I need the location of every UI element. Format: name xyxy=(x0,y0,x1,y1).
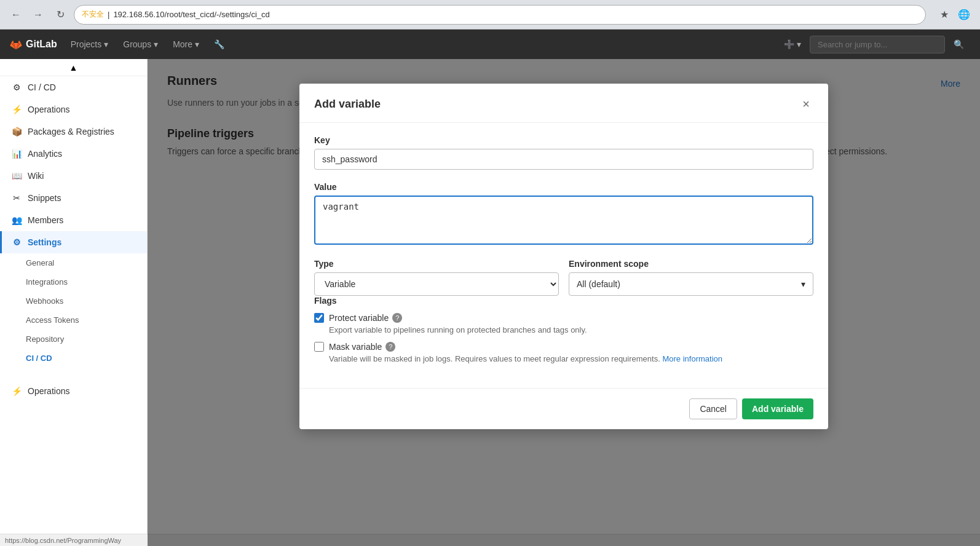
mask-desc: Variable will be masked in job logs. Req… xyxy=(314,354,813,363)
address-bar[interactable]: 不安全 | 192.168.56.10/root/test_cicd/-/set… xyxy=(74,5,926,25)
sidebar-collapse-button[interactable]: ▲ xyxy=(0,59,147,76)
main-layout: ▲ ⚙ CI / CD ⚡ Operations 📦 Packages & Re… xyxy=(0,59,980,546)
ci-cd-icon: ⚙ xyxy=(12,82,22,92)
modal-footer: Cancel Add variable xyxy=(299,388,828,429)
sidebar-sub-access-tokens[interactable]: Access Tokens xyxy=(0,311,147,330)
protect-variable-item: Protect variable ? Export variable to pi… xyxy=(314,313,813,334)
type-env-row: Type Variable File Environment scope All… xyxy=(314,259,813,296)
key-label: Key xyxy=(314,135,813,145)
tools-button[interactable]: 🔧 xyxy=(208,36,231,53)
sidebar-sub-repository[interactable]: Repository xyxy=(0,330,147,349)
members-icon: 👥 xyxy=(12,215,22,225)
translate-button[interactable]: 🌐 xyxy=(955,6,973,23)
modal-close-button[interactable]: × xyxy=(799,96,813,113)
type-col: Type Variable File xyxy=(314,259,559,296)
sidebar-label-ci-cd: CI / CD xyxy=(28,82,56,92)
address-url: 192.168.56.10/root/test_cicd/-/settings/… xyxy=(113,10,269,19)
browser-actions: ★ 🌐 xyxy=(936,6,973,23)
key-form-group: Key xyxy=(314,135,813,170)
browser-chrome: ← → ↻ 不安全 | 192.168.56.10/root/test_cicd… xyxy=(0,0,980,30)
value-form-group: Value xyxy=(314,182,813,247)
protect-checkbox-row: Protect variable ? xyxy=(314,313,813,323)
more-info-link[interactable]: More information xyxy=(662,354,722,363)
mask-label: Mask variable ? xyxy=(329,342,395,352)
value-label: Value xyxy=(314,182,813,192)
sidebar-sub-general[interactable]: General xyxy=(0,253,147,272)
sidebar-label-settings: Settings xyxy=(28,237,61,247)
sidebar-label-packages: Packages & Registries xyxy=(28,127,114,136)
sidebar-item-wiki[interactable]: 📖 Wiki xyxy=(0,165,147,187)
cancel-button[interactable]: Cancel xyxy=(689,398,737,419)
refresh-button[interactable]: ↻ xyxy=(52,6,69,23)
sidebar-label-operations-bottom: Operations xyxy=(28,386,69,396)
groups-menu[interactable]: Groups ▾ xyxy=(117,36,164,53)
sidebar-label-analytics: Analytics xyxy=(28,149,62,159)
add-variable-button[interactable]: Add variable xyxy=(742,398,813,419)
flags-label: Flags xyxy=(314,296,813,306)
sidebar-label-snippets: Snippets xyxy=(28,193,61,203)
mask-checkbox-row: Mask variable ? xyxy=(314,342,813,352)
sidebar-sub-integrations[interactable]: Integrations xyxy=(0,272,147,291)
sidebar-item-packages[interactable]: 📦 Packages & Registries xyxy=(0,121,147,143)
sidebar-item-operations[interactable]: ⚡ Operations xyxy=(0,98,147,121)
flags-section: Flags Protect variable ? Export variable… xyxy=(314,296,813,363)
key-input[interactable] xyxy=(314,149,813,170)
operations-bottom-icon: ⚡ xyxy=(12,386,22,396)
sidebar-item-analytics[interactable]: 📊 Analytics xyxy=(0,143,147,165)
sidebar-item-ci-cd[interactable]: ⚙ CI / CD xyxy=(0,76,147,98)
back-button[interactable]: ← xyxy=(7,6,25,23)
gitlab-topnav: GitLab Projects ▾ Groups ▾ More ▾ 🔧 ➕ ▾ … xyxy=(0,30,980,59)
chevron-down-icon: ▾ xyxy=(801,279,805,289)
new-item-button[interactable]: ➕ ▾ xyxy=(778,36,807,53)
operations-icon: ⚡ xyxy=(12,105,22,114)
sidebar-item-snippets[interactable]: ✂ Snippets xyxy=(0,187,147,209)
modal-body: Key Value Type Variable File xyxy=(299,123,828,388)
analytics-icon: 📊 xyxy=(12,149,22,159)
env-scope-col: Environment scope All (default) ▾ xyxy=(569,259,813,296)
gitlab-logo-icon xyxy=(10,38,22,50)
env-scope-value: All (default) xyxy=(577,279,620,289)
sidebar-item-members[interactable]: 👥 Members xyxy=(0,209,147,231)
security-warning: 不安全 xyxy=(82,9,104,20)
gitlab-logo-text: GitLab xyxy=(26,39,57,50)
address-separator: | xyxy=(108,10,109,19)
search-button[interactable]: 🔍 xyxy=(947,36,970,53)
more-menu[interactable]: More ▾ xyxy=(167,36,205,53)
search-input[interactable] xyxy=(810,36,945,53)
sidebar-sub-webhooks[interactable]: Webhooks xyxy=(0,291,147,311)
protect-checkbox[interactable] xyxy=(314,313,324,323)
sidebar-label-operations: Operations xyxy=(28,105,69,114)
status-url: https://blog.csdn.net/ProgrammingWay xyxy=(5,537,121,544)
modal-title: Add variable xyxy=(314,98,381,111)
value-textarea[interactable] xyxy=(314,196,813,245)
protect-desc: Export variable to pipelines running on … xyxy=(314,325,813,334)
sidebar-item-settings[interactable]: ⚙ Settings xyxy=(0,231,147,253)
packages-icon: 📦 xyxy=(12,127,22,136)
sidebar-label-wiki: Wiki xyxy=(28,171,44,181)
sidebar-label-members: Members xyxy=(28,215,63,225)
snippets-icon: ✂ xyxy=(12,193,22,203)
projects-menu[interactable]: Projects ▾ xyxy=(65,36,115,53)
mask-checkbox[interactable] xyxy=(314,342,324,352)
settings-icon: ⚙ xyxy=(12,237,22,247)
sidebar: ▲ ⚙ CI / CD ⚡ Operations 📦 Packages & Re… xyxy=(0,59,148,546)
modal-overlay: Add variable × Key Value Type xyxy=(148,59,980,546)
add-variable-modal: Add variable × Key Value Type xyxy=(299,84,828,429)
sidebar-sub-ci-cd[interactable]: CI / CD xyxy=(0,349,147,368)
mask-variable-item: Mask variable ? Variable will be masked … xyxy=(314,342,813,363)
sidebar-item-operations-bottom[interactable]: ⚡ Operations xyxy=(0,380,147,402)
modal-header: Add variable × xyxy=(299,84,828,123)
content-area: Runners More Use runners to run your job… xyxy=(148,59,980,546)
gitlab-logo[interactable]: GitLab xyxy=(10,38,57,50)
wiki-icon: 📖 xyxy=(12,171,22,181)
type-label: Type xyxy=(314,259,559,269)
forward-button[interactable]: → xyxy=(30,6,47,23)
env-scope-label: Environment scope xyxy=(569,259,813,269)
protect-help-icon[interactable]: ? xyxy=(392,313,402,323)
bookmark-button[interactable]: ★ xyxy=(936,6,953,23)
mask-help-icon[interactable]: ? xyxy=(385,342,395,352)
env-scope-select[interactable]: All (default) ▾ xyxy=(569,272,813,296)
type-select[interactable]: Variable File xyxy=(314,272,559,296)
protect-label: Protect variable ? xyxy=(329,313,402,323)
